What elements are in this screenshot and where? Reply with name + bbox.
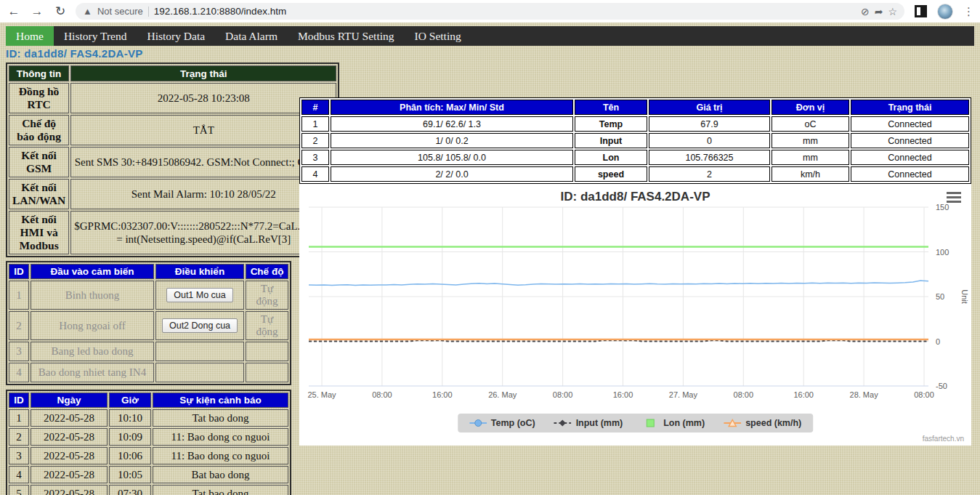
table-cell: Kết nối GSM: [9, 147, 69, 177]
table-cell: 10:09: [109, 428, 151, 446]
table-cell: 11: Bao dong co nguoi: [153, 447, 288, 464]
table-row: 52022-05-2807:30Tat bao dong: [9, 485, 288, 495]
svg-text:27. May: 27. May: [669, 390, 698, 399]
table-header-row: # Phân tích: Max/ Min/ Std Tên Giá trị Đ…: [301, 100, 969, 115]
table-row: 169.1/ 62.6/ 1.3Temp67.9oCConnected: [301, 116, 969, 132]
table-cell: Bao dong nhiet tang IN4: [31, 363, 154, 382]
table-cell: 105.8/ 105.8/ 0.0: [331, 150, 573, 165]
profile-avatar[interactable]: [937, 4, 953, 20]
table-cell: Connected: [851, 166, 969, 182]
table-cell: Tat bao dong: [153, 485, 288, 495]
table-row: 1Binh thuongOut1 Mo cuaTự động: [9, 281, 288, 310]
io-control-table: ID Đầu vào cảm biến Điều khiển Chế độ 1B…: [6, 261, 291, 385]
table-cell: 2022-05-28: [31, 447, 108, 464]
chart-menu-icon[interactable]: [947, 192, 961, 205]
table-cell: Bang led bao dong: [31, 342, 154, 361]
table-cell: Temp: [575, 116, 647, 132]
address-bar[interactable]: ▲ Not secure 192.168.1.210:8880/index.ht…: [76, 3, 904, 20]
zoom-out-icon[interactable]: ⊘: [861, 6, 870, 17]
url-text[interactable]: 192.168.1.210:8880/index.htm: [154, 6, 286, 17]
column-header: Chế độ: [246, 264, 288, 279]
info-table: Thông tin Trạng thái Đồng hồ RTC2022-05-…: [6, 63, 339, 257]
legend-item-input[interactable]: Input (mm): [554, 418, 623, 428]
browser-actions: ⋮: [912, 4, 974, 20]
svg-text:08:00: 08:00: [372, 390, 392, 399]
nav-item-modbus-rtu-setting[interactable]: Modbus RTU Setting: [288, 26, 405, 46]
table-cell: 0: [649, 133, 770, 148]
table-cell: 5: [9, 485, 29, 495]
column-header: Trạng thái: [851, 100, 969, 115]
nav-item-io-setting[interactable]: IO Setting: [405, 26, 471, 46]
table-cell: Kết nối HMI và Modbus: [9, 211, 69, 254]
table-cell: 2022-05-28 10:23:08: [70, 83, 336, 113]
chart-plot: 25. May08:0016:0026. May08:0016:0027. Ma…: [299, 204, 971, 408]
svg-text:08:00: 08:00: [734, 390, 754, 399]
table-cell: Lon: [575, 150, 647, 165]
svg-text:08:00: 08:00: [914, 390, 934, 399]
nav-item-history-trend[interactable]: History Trend: [54, 26, 137, 46]
column-header: ID: [9, 393, 29, 408]
table-cell: 1: [301, 116, 329, 132]
table-cell: 2: [9, 311, 29, 340]
column-header: Trạng thái: [70, 65, 336, 81]
svg-text:16:00: 16:00: [793, 390, 814, 399]
share-icon[interactable]: ➦: [875, 6, 883, 17]
not-secure-warning-icon[interactable]: ▲: [83, 6, 92, 17]
table-cell: oC: [772, 116, 849, 132]
bookmark-star-icon[interactable]: ☆: [888, 6, 897, 17]
output-control-button[interactable]: Out1 Mo cua: [166, 288, 233, 302]
sidebar-toggle-icon[interactable]: [915, 5, 927, 17]
table-cell: Hong ngoai off: [31, 311, 154, 340]
table-cell: 10:06: [109, 447, 151, 464]
svg-text:50: 50: [936, 292, 944, 301]
table-cell: 3: [9, 342, 29, 361]
table-cell: speed: [575, 166, 647, 182]
svg-text:28. May: 28. May: [850, 390, 879, 399]
right-panel: # Phân tích: Max/ Min/ Std Tên Giá trị Đ…: [299, 97, 971, 446]
column-header: Phân tích: Max/ Min/ Std: [331, 100, 573, 115]
table-header-row: ID Ngày Giờ Sự kiện cảnh báo: [9, 393, 288, 408]
forward-icon[interactable]: →: [29, 4, 45, 19]
table-cell: 4: [9, 466, 29, 483]
table-cell: [155, 363, 244, 382]
legend-marker-triangle-icon: [724, 419, 741, 427]
table-cell: [155, 342, 244, 361]
nav-item-data-alarm[interactable]: Data Alarm: [215, 26, 288, 46]
svg-text:150: 150: [936, 204, 949, 212]
column-header: Đơn vị: [772, 100, 849, 115]
table-cell: 105.766325: [649, 150, 770, 165]
table-row: 3Bang led bao dong: [9, 342, 288, 361]
nav-item-history-data[interactable]: History Data: [137, 26, 215, 46]
table-header-row: ID Đầu vào cảm biến Điều khiển Chế độ: [9, 264, 288, 279]
back-icon[interactable]: ←: [6, 4, 22, 19]
browser-menu-icon[interactable]: ⋮: [963, 9, 974, 13]
legend-item-speed[interactable]: speed (km/h): [724, 418, 801, 428]
table-cell: Bat bao dong: [153, 466, 288, 483]
table-cell: Tự động: [246, 311, 288, 340]
table-cell: Out2 Dong cua: [155, 311, 244, 340]
legend-label: Lon (mm): [663, 418, 705, 428]
output-control-button[interactable]: Out2 Dong cua: [162, 318, 238, 333]
table-row: 12022-05-2810:10Tat bao dong: [9, 409, 288, 427]
column-header: Giờ: [109, 393, 151, 408]
table-row: Kết nối LAN/WANSent Mail Alarm: 10:10 28…: [9, 179, 336, 209]
table-row: Kết nối HMI và Modbus$GPRMC:032307.00:V:…: [9, 211, 336, 254]
column-header: Tên: [575, 100, 647, 115]
table-cell: 2/ 2/ 0.0: [331, 166, 573, 182]
browser-toolbar: ← → ↻ ▲ Not secure 192.168.1.210:8880/in…: [0, 0, 980, 23]
table-cell: 3: [9, 447, 29, 464]
reload-icon[interactable]: ↻: [52, 4, 68, 19]
trend-chart: ID: da1dd8/ FAS4.2DA-VP 25. May08:0016:0…: [299, 184, 971, 446]
svg-text:16:00: 16:00: [432, 390, 453, 399]
table-cell: [246, 363, 288, 382]
screen: ← → ↻ ▲ Not secure 192.168.1.210:8880/in…: [0, 0, 980, 495]
column-header: #: [301, 100, 329, 115]
legend-item-temp[interactable]: Temp (oC): [469, 418, 535, 428]
svg-text:100: 100: [936, 248, 949, 257]
nav-item-home[interactable]: Home: [6, 26, 54, 46]
legend-item-lon[interactable]: Lon (mm): [641, 418, 705, 428]
column-header: Thông tin: [9, 65, 69, 81]
sensor-data-table: # Phân tích: Max/ Min/ Std Tên Giá trị Đ…: [299, 97, 971, 184]
table-cell: 2: [9, 428, 29, 446]
table-cell: 4: [301, 166, 329, 182]
